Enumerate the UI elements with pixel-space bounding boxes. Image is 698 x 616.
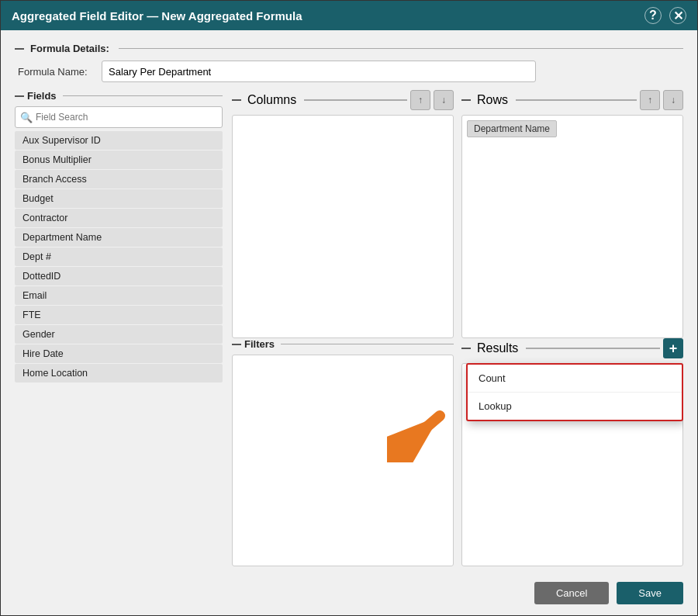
close-icon[interactable]: ✕ (669, 7, 686, 24)
list-item[interactable]: Branch Access (15, 170, 223, 189)
list-item[interactable]: DottedID (15, 267, 223, 286)
columns-up-button[interactable]: ↑ (410, 90, 430, 110)
dialog-footer: Cancel Save (1, 574, 697, 615)
title-bar-icons: ? ✕ (644, 7, 686, 24)
columns-panel: Columns ↑ ↓ (232, 90, 454, 338)
formula-name-row: Formula Name: (15, 61, 683, 82)
rows-panel-header: Rows ↑ ↓ (461, 90, 683, 110)
formula-details-section: Formula Details: Formula Name: (15, 43, 683, 82)
filters-panel-header: Filters (232, 338, 454, 350)
top-panels: Columns ↑ ↓ Rows ↑ ↓ (232, 90, 683, 338)
field-search-input[interactable] (36, 112, 217, 123)
list-item[interactable]: Gender (15, 325, 223, 344)
main-grid: Fields 🔍 Aux Supervisor ID Bonus Multipl… (15, 90, 683, 566)
save-button[interactable]: Save (617, 582, 683, 604)
dialog-title: Aggregated Field Editor — New Aggregated… (12, 9, 302, 22)
columns-panel-content (232, 115, 454, 338)
rows-down-button[interactable]: ↓ (663, 90, 683, 110)
rows-panel: Rows ↑ ↓ Department Name (461, 90, 683, 338)
field-search-box[interactable]: 🔍 (15, 106, 223, 128)
list-item[interactable]: Email (15, 286, 223, 305)
dropdown-item-lookup[interactable]: Lookup (468, 393, 682, 420)
formula-name-input[interactable] (102, 61, 536, 82)
cancel-button[interactable]: Cancel (534, 582, 609, 604)
bottom-panels: Filters Results + (232, 338, 683, 566)
fields-panel: Fields 🔍 Aux Supervisor ID Bonus Multipl… (15, 90, 232, 566)
rows-up-button[interactable]: ↑ (640, 90, 660, 110)
dialog-body: Formula Details: Formula Name: Fields 🔍 (1, 30, 697, 574)
fields-panel-header: Fields (15, 90, 223, 102)
results-add-button[interactable]: + (663, 338, 683, 358)
list-item[interactable]: FTE (15, 306, 223, 324)
filters-panel: Filters (232, 338, 454, 566)
list-item[interactable]: Home Location (15, 364, 223, 382)
results-panel-header: Results + (461, 338, 683, 358)
help-icon[interactable]: ? (644, 7, 662, 24)
list-item[interactable]: Bonus Multiplier (15, 151, 223, 169)
rows-tag-department-name: Department Name (467, 120, 557, 137)
list-item[interactable]: Dept # (15, 247, 223, 266)
columns-panel-header: Columns ↑ ↓ (232, 90, 454, 110)
title-bar: Aggregated Field Editor — New Aggregated… (1, 1, 697, 30)
formula-name-label: Formula Name: (18, 66, 95, 78)
formula-details-header: Formula Details: (15, 43, 683, 54)
filters-panel-content (232, 355, 454, 566)
rows-panel-content: Department Name (461, 115, 683, 338)
list-item[interactable]: Contractor (15, 209, 223, 227)
list-item[interactable]: Aux Supervisor ID (15, 131, 223, 150)
list-item[interactable]: Hire Date (15, 344, 223, 363)
list-item[interactable]: Budget (15, 189, 223, 208)
search-icon: 🔍 (20, 112, 33, 123)
dropdown-item-count[interactable]: Count (468, 365, 682, 393)
fields-list: Aux Supervisor ID Bonus Multiplier Branc… (15, 131, 223, 566)
columns-down-button[interactable]: ↓ (434, 90, 454, 110)
results-panel: Results + Count Lookup (461, 338, 683, 566)
results-dropdown: Count Lookup (466, 363, 683, 421)
list-item[interactable]: Department Name (15, 228, 223, 247)
dialog: Aggregated Field Editor — New Aggregated… (0, 0, 698, 616)
